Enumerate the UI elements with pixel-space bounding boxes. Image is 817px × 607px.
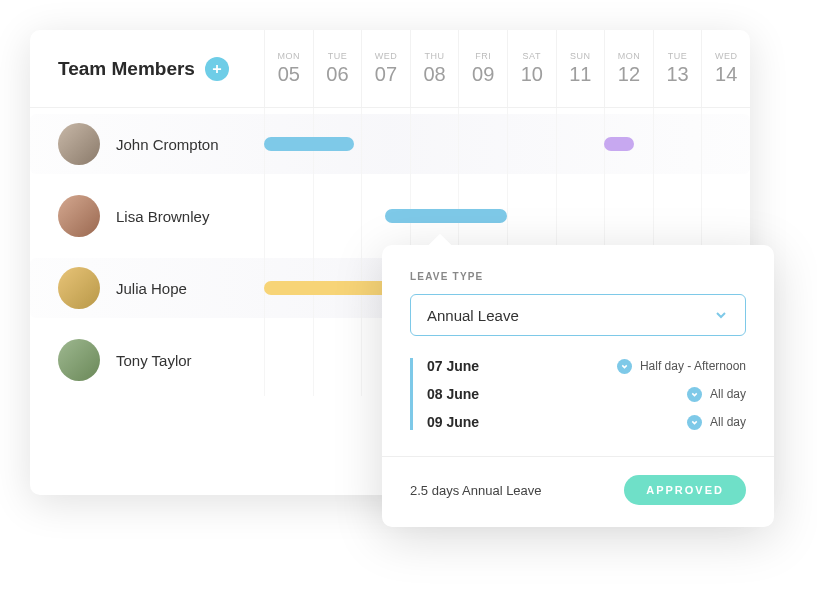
leave-bar[interactable] <box>604 137 634 151</box>
leave-day-item: 08 June All day <box>427 386 746 402</box>
day-header[interactable]: WED07 <box>361 30 410 107</box>
member-name: John Crompton <box>116 136 219 153</box>
leave-summary: 2.5 days Annual Leave <box>410 483 542 498</box>
avatar[interactable] <box>58 339 100 381</box>
chevron-down-icon <box>713 307 729 323</box>
leave-duration-select[interactable]: All day <box>687 415 746 430</box>
divider <box>382 456 774 457</box>
leave-days-list: 07 June Half day - Afternoon 08 June All… <box>410 358 746 430</box>
leave-type-label: LEAVE TYPE <box>410 271 746 282</box>
member-name: Tony Taylor <box>116 352 192 369</box>
header-row: Team Members MON05 TUE06 WED07 THU08 FRI… <box>30 30 750 108</box>
member-cell[interactable]: Julia Hope <box>30 252 264 324</box>
chevron-down-icon <box>617 359 632 374</box>
leave-date: 09 June <box>427 414 479 430</box>
status-badge: APPROVED <box>624 475 746 505</box>
leave-duration: Half day - Afternoon <box>640 359 746 373</box>
leave-bar[interactable] <box>385 209 507 223</box>
popover-footer: 2.5 days Annual Leave APPROVED <box>410 475 746 505</box>
day-header[interactable]: FRI09 <box>458 30 507 107</box>
chevron-down-icon <box>687 387 702 402</box>
page-title: Team Members <box>58 58 195 80</box>
day-header[interactable]: THU08 <box>410 30 459 107</box>
leave-duration-select[interactable]: Half day - Afternoon <box>617 359 746 374</box>
member-cell[interactable]: Lisa Brownley <box>30 180 264 252</box>
leave-day-item: 09 June All day <box>427 414 746 430</box>
member-name: Lisa Brownley <box>116 208 209 225</box>
leave-date: 07 June <box>427 358 479 374</box>
add-member-button[interactable] <box>205 57 229 81</box>
leave-date: 08 June <box>427 386 479 402</box>
leave-day-item: 07 June Half day - Afternoon <box>427 358 746 374</box>
chevron-down-icon <box>687 415 702 430</box>
leave-duration-select[interactable]: All day <box>687 387 746 402</box>
member-row: John Crompton <box>30 108 750 180</box>
member-name: Julia Hope <box>116 280 187 297</box>
day-header[interactable]: WED14 <box>701 30 750 107</box>
day-header[interactable]: MON05 <box>264 30 313 107</box>
leave-duration: All day <box>710 387 746 401</box>
leave-bar[interactable] <box>264 137 354 151</box>
avatar[interactable] <box>58 195 100 237</box>
leave-duration: All day <box>710 415 746 429</box>
title-cell: Team Members <box>30 30 264 107</box>
plus-icon <box>210 62 224 76</box>
leave-type-value: Annual Leave <box>427 307 519 324</box>
day-header[interactable]: TUE13 <box>653 30 702 107</box>
day-header[interactable]: SUN11 <box>556 30 605 107</box>
leave-type-select[interactable]: Annual Leave <box>410 294 746 336</box>
member-row: Lisa Brownley <box>30 180 750 252</box>
avatar[interactable] <box>58 123 100 165</box>
day-header[interactable]: SAT10 <box>507 30 556 107</box>
day-header[interactable]: TUE06 <box>313 30 362 107</box>
leave-details-popover: LEAVE TYPE Annual Leave 07 June Half day… <box>382 245 774 527</box>
member-cell[interactable]: John Crompton <box>30 108 264 180</box>
avatar[interactable] <box>58 267 100 309</box>
day-header[interactable]: MON12 <box>604 30 653 107</box>
member-cell[interactable]: Tony Taylor <box>30 324 264 396</box>
